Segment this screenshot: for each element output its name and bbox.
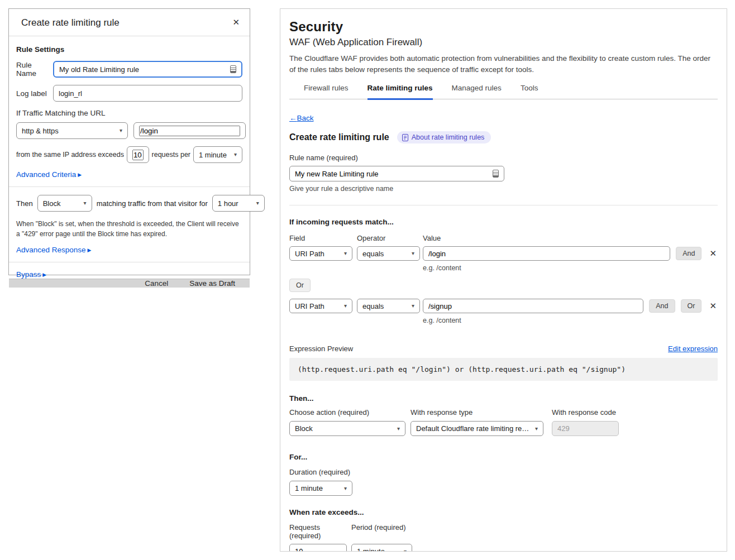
traffic-heading: If Traffic Matching the URL bbox=[16, 109, 242, 117]
rule-settings-heading: Rule Settings bbox=[16, 45, 242, 54]
field-select[interactable]: URI Path ▾ bbox=[289, 299, 352, 313]
field-select[interactable]: URI Path ▾ bbox=[289, 246, 352, 261]
advanced-response-link[interactable]: Advanced Response▶ bbox=[16, 246, 242, 254]
url-input[interactable] bbox=[139, 126, 240, 136]
back-link[interactable]: ←Back bbox=[289, 114, 314, 122]
advanced-criteria-label[interactable]: Advanced Criteria bbox=[16, 170, 76, 179]
or-button[interactable]: Or bbox=[681, 299, 702, 313]
rule-name-label: Rule name (required) bbox=[289, 154, 718, 162]
divider bbox=[9, 262, 250, 262]
divider bbox=[9, 186, 250, 187]
bypass-link[interactable]: Bypass▶ bbox=[16, 270, 242, 279]
rule-name-row: Rule Name bbox=[16, 61, 242, 78]
requests-input[interactable] bbox=[295, 547, 341, 552]
match-column-labels: Field Operator Value bbox=[289, 234, 718, 242]
about-rate-limiting-link[interactable]: About rate limiting rules bbox=[397, 131, 491, 143]
scheme-select-value: http & https bbox=[22, 127, 59, 135]
chevron-down-icon: ▾ bbox=[412, 303, 414, 309]
chevron-down-icon: ▾ bbox=[84, 200, 87, 206]
rule-name-help: Give your rule a descriptive name bbox=[289, 185, 718, 193]
requests-input-wrap bbox=[127, 146, 149, 163]
modal-header: Create rate limiting rule ✕ bbox=[9, 9, 250, 36]
heading-row: Create rate limiting rule About rate lim… bbox=[289, 131, 718, 143]
period-select[interactable]: 1 minute ▾ bbox=[193, 146, 242, 163]
rate-period-select[interactable]: 1 minute ▾ bbox=[351, 544, 412, 552]
block-duration-select[interactable]: 1 hour ▾ bbox=[212, 195, 265, 212]
choose-action-label: Choose action (required) bbox=[289, 408, 405, 417]
response-code-input-wrap bbox=[552, 421, 619, 436]
then-controls: Choose action (required) Block ▾ With re… bbox=[289, 408, 718, 436]
cancel-button[interactable]: Cancel bbox=[145, 279, 168, 288]
log-label-label: Log label bbox=[16, 89, 53, 98]
modal-footer: Cancel Save as Draft bbox=[9, 279, 250, 288]
match-row: URI Path ▾ equals ▾ And Or ✕ bbox=[289, 299, 718, 313]
tab-firewall-rules[interactable]: Firewall rules bbox=[304, 84, 349, 99]
action-select[interactable]: Block ▾ bbox=[37, 195, 92, 212]
rate-controls: 1 minute ▾ bbox=[289, 544, 718, 552]
choose-action-value: Block bbox=[295, 424, 313, 433]
back-label: Back bbox=[297, 114, 314, 122]
page-description: The Cloudflare WAF provides both automat… bbox=[289, 53, 718, 75]
operator-column-label: Operator bbox=[357, 234, 423, 242]
about-rate-limiting-label: About rate limiting rules bbox=[412, 133, 485, 141]
edit-expression-link[interactable]: Edit expression bbox=[668, 344, 718, 353]
advanced-response-label[interactable]: Advanced Response bbox=[16, 246, 86, 254]
bypass-label[interactable]: Bypass bbox=[16, 270, 41, 279]
chevron-down-icon: ▾ bbox=[412, 251, 414, 256]
rate-heading: When rate exceeds... bbox=[289, 508, 718, 516]
autofill-icon[interactable] bbox=[493, 170, 499, 178]
scheme-select[interactable]: http & https ▾ bbox=[16, 122, 128, 139]
tab-managed-rules[interactable]: Managed rules bbox=[452, 84, 502, 99]
page-subtitle: WAF (Web Application Firewall) bbox=[289, 37, 718, 48]
match-row: URI Path ▾ equals ▾ And ✕ bbox=[289, 246, 718, 261]
chevron-down-icon: ▾ bbox=[256, 200, 259, 206]
operator-select[interactable]: equals ▾ bbox=[357, 299, 420, 313]
action-select-value: Block bbox=[43, 199, 61, 208]
and-button[interactable]: And bbox=[676, 247, 701, 260]
log-label-input[interactable] bbox=[59, 89, 237, 98]
then-label: Then bbox=[16, 199, 33, 208]
chevron-down-icon: ▾ bbox=[344, 251, 347, 256]
rule-name-input[interactable] bbox=[295, 170, 493, 178]
response-code-label: With response code bbox=[552, 408, 619, 417]
log-label-row: Log label bbox=[16, 85, 242, 102]
page-title: Security bbox=[289, 19, 718, 35]
choose-action-select[interactable]: Block ▾ bbox=[289, 421, 405, 436]
divider bbox=[289, 205, 718, 205]
choose-action-group: Choose action (required) Block ▾ bbox=[289, 408, 405, 436]
close-icon[interactable]: ✕ bbox=[231, 17, 241, 27]
exceeds-label: from the same IP address exceeds bbox=[16, 151, 124, 159]
create-rate-limit-modal: Create rate limiting rule ✕ Rule Setting… bbox=[8, 8, 250, 275]
remove-row-icon[interactable]: ✕ bbox=[708, 301, 718, 311]
requests-input[interactable] bbox=[132, 150, 144, 160]
tab-rate-limiting-rules[interactable]: Rate limiting rules bbox=[367, 84, 433, 100]
period-select-value: 1 minute bbox=[199, 151, 227, 159]
matching-label: matching traffic from that visitor for bbox=[97, 199, 208, 208]
value-input-wrap bbox=[423, 299, 643, 313]
autofill-icon[interactable] bbox=[230, 65, 236, 73]
requests-label: Requests (required) bbox=[289, 523, 351, 540]
advanced-criteria-link[interactable]: Advanced Criteria▶ bbox=[16, 170, 242, 179]
chevron-down-icon: ▾ bbox=[404, 549, 407, 552]
operator-select-value: equals bbox=[362, 250, 384, 258]
then-heading: Then... bbox=[289, 394, 718, 403]
duration-select[interactable]: 1 minute ▾ bbox=[289, 481, 352, 496]
response-type-select[interactable]: Default Cloudflare rate limiting respons… bbox=[411, 421, 543, 436]
remove-row-icon[interactable]: ✕ bbox=[708, 248, 718, 259]
url-input-wrap bbox=[133, 122, 246, 139]
requests-per-label: requests per bbox=[152, 151, 190, 159]
tab-tools[interactable]: Tools bbox=[521, 84, 538, 99]
expression-code: (http.request.uri.path eq "/login") or (… bbox=[289, 358, 718, 381]
screenshot-stage: Create rate limiting rule ✕ Rule Setting… bbox=[0, 0, 735, 560]
chevron-down-icon: ▾ bbox=[120, 128, 122, 133]
chevron-down-icon: ▾ bbox=[344, 303, 347, 309]
value-input[interactable] bbox=[428, 302, 638, 310]
value-input[interactable] bbox=[428, 250, 665, 258]
and-button[interactable]: And bbox=[649, 299, 675, 313]
or-button[interactable]: Or bbox=[289, 279, 311, 292]
save-as-draft-button[interactable]: Save as Draft bbox=[189, 279, 235, 288]
requests-input-wrap bbox=[289, 544, 347, 552]
arrow-left-icon: ← bbox=[289, 114, 297, 122]
operator-select[interactable]: equals ▾ bbox=[357, 246, 420, 261]
rule-name-input[interactable] bbox=[59, 65, 230, 74]
